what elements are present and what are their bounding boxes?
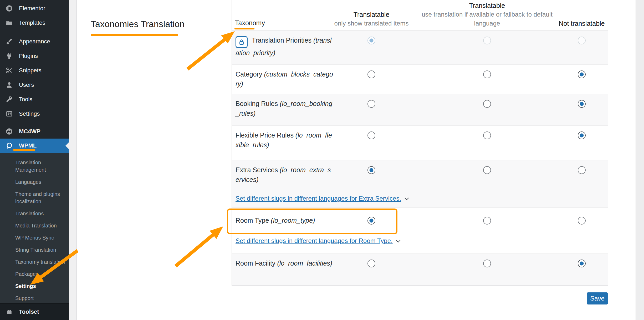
radio-only-show-booking-rules[interactable]	[367, 100, 375, 108]
sidebar-item-label: MC4WP	[19, 128, 40, 135]
radio-not-translatable-room-facility[interactable]	[578, 260, 586, 267]
wpml-submenu-item-wp-menus-sync[interactable]: WP Menus Sync	[0, 232, 69, 244]
sidebar-item-plugins[interactable]: Plugins	[0, 49, 69, 63]
radio-fallback-category[interactable]	[483, 70, 491, 78]
column-header-translatable-fallback: Translatable use translation if availabl…	[420, 1, 554, 28]
taxonomy-row-translation-priorities: Translation Priorities (translation_prio…	[232, 31, 608, 64]
plugins-icon	[5, 52, 13, 60]
radio-not-translatable-flexible-price-rules[interactable]	[578, 131, 586, 139]
sidebar-item-appearance[interactable]: Appearance	[0, 34, 69, 49]
radio-fallback-flexible-price-rules[interactable]	[483, 131, 491, 139]
radio-not-translatable-category[interactable]	[578, 70, 586, 78]
sidebar-item-elementor[interactable]: Elementor	[0, 1, 69, 16]
taxonomy-name: Room Type	[236, 217, 271, 224]
column-header-translatable-only-show: Translatable only show translated items	[316, 10, 427, 28]
sidebar-item-label: Snippets	[19, 67, 42, 74]
radio-fallback-room-type[interactable]	[483, 217, 491, 225]
wpml-submenu-item-packages[interactable]: Packages	[0, 268, 69, 280]
wpml-submenu-item-translation-management[interactable]: Translation Management	[0, 156, 69, 176]
wpml-submenu-item-settings[interactable]: Settings	[0, 280, 69, 292]
sidebar-item-label: Settings	[19, 110, 40, 117]
table-header: Taxonomy Translatable only show translat…	[232, 0, 608, 31]
radio-not-translatable-extra-services[interactable]	[578, 166, 586, 174]
sidebar-item-templates[interactable]: Templates	[0, 16, 69, 30]
radio-fallback-room-facility[interactable]	[483, 260, 491, 267]
radio-not-translatable-translation-priorities	[578, 37, 586, 44]
taxonomy-label: Room Type (lo_room_type)	[236, 216, 334, 225]
taxonomy-name: Translation Priorities	[252, 37, 313, 44]
taxonomy-row-booking-rules: Booking Rules (lo_room_booking_rules)	[232, 94, 608, 125]
page-title: Taxonomies Translation	[91, 19, 185, 29]
wpml-active-underline	[13, 149, 35, 151]
wpml-submenu-item-taxonomy-translation[interactable]: Taxonomy translation	[0, 256, 69, 268]
radio-fallback-translation-priorities	[483, 37, 491, 44]
sidebar-item-label: Tools	[19, 96, 32, 103]
taxonomy-name: Category	[236, 70, 264, 78]
taxonomy-name: Room Facility	[236, 260, 277, 267]
appearance-icon	[5, 38, 13, 45]
wpml-submenu-item-translations[interactable]: Translations	[0, 207, 69, 220]
radio-only-show-room-facility[interactable]	[367, 260, 375, 267]
taxonomy-label: Room Facility (lo_room_facilities)	[236, 258, 334, 268]
chevron-down-icon[interactable]	[395, 238, 402, 245]
radio-not-translatable-room-type[interactable]	[578, 217, 586, 225]
sidebar-item-label: Templates	[19, 19, 45, 26]
column-header-taxonomy: Taxonomy	[235, 19, 265, 27]
snippets-icon	[5, 67, 13, 74]
radio-fallback-extra-services[interactable]	[483, 166, 491, 174]
panel-left-border	[76, 0, 77, 320]
taxonomy-translation-table: Taxonomy Translatable only show translat…	[232, 0, 608, 286]
content-gutter	[69, 0, 76, 320]
admin-sidebar: ElementorTemplatesAppearancePluginsSnipp…	[0, 0, 69, 320]
radio-only-show-category[interactable]	[367, 70, 375, 78]
wpml-submenu-item-theme-and-plugins-localization[interactable]: Theme and plugins localization	[0, 188, 69, 207]
taxonomy-header-underline	[234, 28, 254, 29]
radio-only-show-translation-priorities	[367, 37, 375, 44]
scrollbar-track[interactable]	[636, 0, 644, 320]
taxonomy-name: Booking Rules	[236, 100, 280, 107]
sidebar-item-wpml[interactable]: WPML	[0, 139, 69, 153]
templates-icon	[5, 19, 13, 27]
sidebar-item-snippets[interactable]: Snippets	[0, 63, 69, 78]
taxonomy-row-extra-services: Extra Services (lo_room_extra_services)S…	[232, 160, 608, 207]
settings-icon	[5, 110, 13, 118]
set-slugs-link-extra-services[interactable]: Set different slugs in different languag…	[236, 195, 410, 202]
lock-icon	[236, 36, 248, 48]
sidebar-item-mc4wp[interactable]: MC4WP	[0, 124, 69, 139]
radio-fallback-booking-rules[interactable]	[483, 100, 491, 108]
wpml-submenu-item-media-translation[interactable]: Media Translation	[0, 220, 69, 232]
sidebar-item-label: Users	[19, 82, 34, 88]
radio-not-translatable-booking-rules[interactable]	[578, 100, 586, 108]
page-title-underline	[91, 34, 178, 36]
wpml-icon	[5, 142, 13, 150]
save-button[interactable]: Save	[587, 292, 608, 304]
taxonomy-label: Extra Services (lo_room_extra_services)	[236, 165, 334, 185]
active-menu-notch	[65, 142, 69, 149]
sidebar-item-users[interactable]: Users	[0, 78, 69, 92]
radio-only-show-flexible-price-rules[interactable]	[367, 131, 375, 139]
taxonomy-label: Category (custom_blocks_category)	[236, 69, 334, 89]
radio-only-show-room-type[interactable]	[367, 217, 375, 225]
wpml-submenu-item-languages[interactable]: Languages	[0, 176, 69, 188]
tools-icon	[5, 95, 13, 103]
wpml-submenu-item-support[interactable]: Support	[0, 292, 69, 304]
chevron-down-icon[interactable]	[403, 195, 410, 202]
taxonomy-row-room-type: Room Type (lo_room_type)Set different sl…	[232, 207, 608, 253]
arrow-to-taxonomy-header	[187, 31, 235, 69]
taxonomy-name: Flexible Price Rules	[236, 131, 295, 139]
elementor-icon	[5, 4, 13, 12]
wpml-taxonomy-translation-page: ElementorTemplatesAppearancePluginsSnipp…	[0, 0, 644, 320]
radio-only-show-extra-services[interactable]	[367, 166, 375, 174]
sidebar-item-toolset[interactable]: Toolset	[0, 303, 69, 320]
taxonomy-label: Booking Rules (lo_room_booking_rules)	[236, 99, 334, 118]
sidebar-item-label: Plugins	[19, 53, 38, 59]
sidebar-item-label: WPML	[19, 142, 37, 149]
wpml-submenu-item-string-translation[interactable]: String Translation	[0, 244, 69, 256]
set-slugs-link-room-type[interactable]: Set different slugs in different languag…	[236, 237, 402, 245]
sidebar-item-settings[interactable]: Settings	[0, 106, 69, 121]
taxonomy-slug: (lo_room_type)	[271, 217, 315, 224]
sidebar-item-tools[interactable]: Tools	[0, 92, 69, 106]
taxonomy-row-flexible-price-rules: Flexible Price Rules (lo_room_flexible_r…	[232, 125, 608, 160]
wpml-submenu: Translation ManagementLanguagesTheme and…	[0, 153, 69, 307]
section-bottom-divider	[84, 317, 629, 317]
